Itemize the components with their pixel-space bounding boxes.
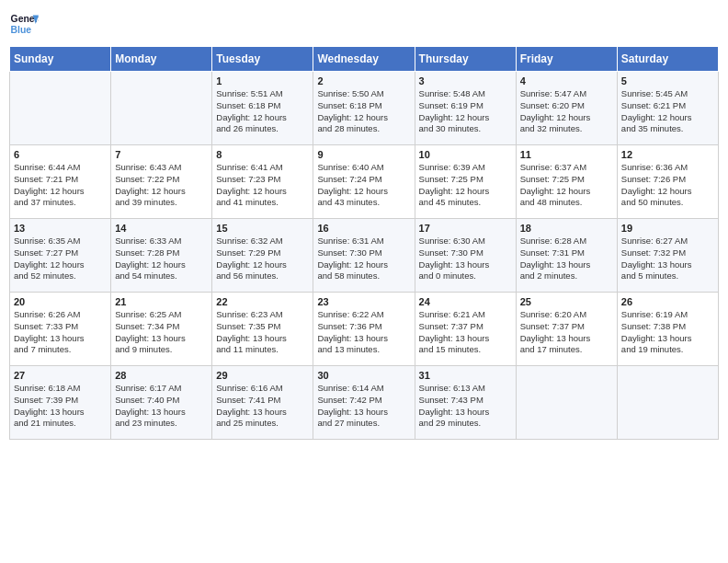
day-number: 19 [621,223,714,234]
weekday-header-friday: Friday [516,47,617,72]
weekday-header-thursday: Thursday [415,47,516,72]
day-content: Sunrise: 6:35 AM Sunset: 7:27 PM Dayligh… [14,236,107,282]
calendar-cell: 7Sunrise: 6:43 AM Sunset: 7:22 PM Daylig… [111,145,212,219]
day-content: Sunrise: 6:41 AM Sunset: 7:23 PM Dayligh… [216,162,309,209]
calendar-week-4: 20Sunrise: 6:26 AM Sunset: 7:33 PM Dayli… [10,293,719,366]
calendar-week-5: 27Sunrise: 6:18 AM Sunset: 7:39 PM Dayli… [10,366,719,440]
day-number: 18 [520,223,613,234]
day-number: 2 [317,75,410,86]
day-content: Sunrise: 6:18 AM Sunset: 7:39 PM Dayligh… [14,383,107,430]
day-content: Sunrise: 6:33 AM Sunset: 7:28 PM Dayligh… [115,236,208,282]
day-number: 9 [317,149,410,160]
day-number: 17 [419,223,512,234]
day-content: Sunrise: 6:23 AM Sunset: 7:35 PM Dayligh… [216,309,309,356]
day-number: 31 [419,370,512,381]
day-content: Sunrise: 6:13 AM Sunset: 7:43 PM Dayligh… [419,383,512,430]
calendar-cell: 25Sunrise: 6:20 AM Sunset: 7:37 PM Dayli… [516,293,617,366]
day-number: 16 [317,223,410,234]
calendar-cell: 3Sunrise: 5:48 AM Sunset: 6:19 PM Daylig… [415,72,516,145]
day-content: Sunrise: 6:19 AM Sunset: 7:38 PM Dayligh… [621,309,714,356]
day-number: 7 [115,149,208,160]
day-number: 26 [621,296,714,307]
calendar-cell: 18Sunrise: 6:28 AM Sunset: 7:31 PM Dayli… [516,219,617,293]
day-content: Sunrise: 6:30 AM Sunset: 7:30 PM Dayligh… [419,236,512,282]
day-number: 27 [14,370,107,381]
day-number: 14 [115,223,208,234]
day-number: 8 [216,149,309,160]
day-content: Sunrise: 6:39 AM Sunset: 7:25 PM Dayligh… [419,162,512,209]
day-content: Sunrise: 6:21 AM Sunset: 7:37 PM Dayligh… [419,309,512,356]
day-number: 24 [419,296,512,307]
calendar-cell: 30Sunrise: 6:14 AM Sunset: 7:42 PM Dayli… [313,366,415,440]
day-content: Sunrise: 6:31 AM Sunset: 7:30 PM Dayligh… [317,236,410,282]
day-content: Sunrise: 6:22 AM Sunset: 7:36 PM Dayligh… [317,309,410,356]
day-number: 5 [621,75,714,86]
calendar-body: 1Sunrise: 5:51 AM Sunset: 6:18 PM Daylig… [10,72,719,440]
day-content: Sunrise: 6:27 AM Sunset: 7:32 PM Dayligh… [621,236,714,282]
calendar-cell: 12Sunrise: 6:36 AM Sunset: 7:26 PM Dayli… [617,145,718,219]
calendar-table: SundayMondayTuesdayWednesdayThursdayFrid… [9,46,719,440]
page-header: General Blue [9,9,719,39]
day-content: Sunrise: 6:26 AM Sunset: 7:33 PM Dayligh… [14,309,107,356]
day-content: Sunrise: 5:48 AM Sunset: 6:19 PM Dayligh… [419,88,512,135]
calendar-cell: 4Sunrise: 5:47 AM Sunset: 6:20 PM Daylig… [516,72,617,145]
day-number: 28 [115,370,208,381]
day-number: 12 [621,149,714,160]
calendar-cell: 17Sunrise: 6:30 AM Sunset: 7:30 PM Dayli… [415,219,516,293]
logo-icon: General Blue [9,9,39,39]
calendar-cell: 10Sunrise: 6:39 AM Sunset: 7:25 PM Dayli… [415,145,516,219]
calendar-cell: 19Sunrise: 6:27 AM Sunset: 7:32 PM Dayli… [617,219,718,293]
calendar-week-3: 13Sunrise: 6:35 AM Sunset: 7:27 PM Dayli… [10,219,719,293]
day-number: 21 [115,296,208,307]
day-number: 3 [419,75,512,86]
calendar-cell: 21Sunrise: 6:25 AM Sunset: 7:34 PM Dayli… [111,293,212,366]
day-number: 13 [14,223,107,234]
day-content: Sunrise: 6:16 AM Sunset: 7:41 PM Dayligh… [216,383,309,430]
day-number: 30 [317,370,410,381]
day-content: Sunrise: 6:25 AM Sunset: 7:34 PM Dayligh… [115,309,208,356]
calendar-week-2: 6Sunrise: 6:44 AM Sunset: 7:21 PM Daylig… [10,145,719,219]
day-number: 10 [419,149,512,160]
calendar-cell [111,72,212,145]
day-content: Sunrise: 5:45 AM Sunset: 6:21 PM Dayligh… [621,88,714,135]
calendar-cell: 2Sunrise: 5:50 AM Sunset: 6:18 PM Daylig… [313,72,415,145]
calendar-cell: 6Sunrise: 6:44 AM Sunset: 7:21 PM Daylig… [10,145,111,219]
day-content: Sunrise: 6:37 AM Sunset: 7:25 PM Dayligh… [520,162,613,209]
day-number: 11 [520,149,613,160]
day-number: 4 [520,75,613,86]
calendar-cell: 1Sunrise: 5:51 AM Sunset: 6:18 PM Daylig… [212,72,313,145]
calendar-cell: 27Sunrise: 6:18 AM Sunset: 7:39 PM Dayli… [10,366,111,440]
calendar-cell [10,72,111,145]
calendar-cell [516,366,617,440]
weekday-header-wednesday: Wednesday [313,47,415,72]
weekday-header-monday: Monday [111,47,212,72]
calendar-cell: 16Sunrise: 6:31 AM Sunset: 7:30 PM Dayli… [313,219,415,293]
svg-text:Blue: Blue [11,25,32,35]
calendar-cell: 28Sunrise: 6:17 AM Sunset: 7:40 PM Dayli… [111,366,212,440]
calendar-cell: 9Sunrise: 6:40 AM Sunset: 7:24 PM Daylig… [313,145,415,219]
weekday-row: SundayMondayTuesdayWednesdayThursdayFrid… [10,47,719,72]
calendar-cell: 11Sunrise: 6:37 AM Sunset: 7:25 PM Dayli… [516,145,617,219]
calendar-cell: 5Sunrise: 5:45 AM Sunset: 6:21 PM Daylig… [617,72,718,145]
day-number: 20 [14,296,107,307]
calendar-cell: 8Sunrise: 6:41 AM Sunset: 7:23 PM Daylig… [212,145,313,219]
calendar-cell: 13Sunrise: 6:35 AM Sunset: 7:27 PM Dayli… [10,219,111,293]
day-content: Sunrise: 6:32 AM Sunset: 7:29 PM Dayligh… [216,236,309,282]
day-content: Sunrise: 5:47 AM Sunset: 6:20 PM Dayligh… [520,88,613,135]
day-number: 29 [216,370,309,381]
weekday-header-saturday: Saturday [617,47,718,72]
day-content: Sunrise: 6:20 AM Sunset: 7:37 PM Dayligh… [520,309,613,356]
weekday-header-tuesday: Tuesday [212,47,313,72]
day-content: Sunrise: 6:44 AM Sunset: 7:21 PM Dayligh… [14,162,107,209]
calendar-cell: 23Sunrise: 6:22 AM Sunset: 7:36 PM Dayli… [313,293,415,366]
day-content: Sunrise: 6:28 AM Sunset: 7:31 PM Dayligh… [520,236,613,282]
calendar-cell: 20Sunrise: 6:26 AM Sunset: 7:33 PM Dayli… [10,293,111,366]
day-content: Sunrise: 6:36 AM Sunset: 7:26 PM Dayligh… [621,162,714,209]
calendar-cell: 22Sunrise: 6:23 AM Sunset: 7:35 PM Dayli… [212,293,313,366]
day-number: 1 [216,75,309,86]
calendar-week-1: 1Sunrise: 5:51 AM Sunset: 6:18 PM Daylig… [10,72,719,145]
calendar-cell [617,366,718,440]
logo: General Blue [9,9,39,39]
calendar-cell: 29Sunrise: 6:16 AM Sunset: 7:41 PM Dayli… [212,366,313,440]
day-content: Sunrise: 6:43 AM Sunset: 7:22 PM Dayligh… [115,162,208,209]
